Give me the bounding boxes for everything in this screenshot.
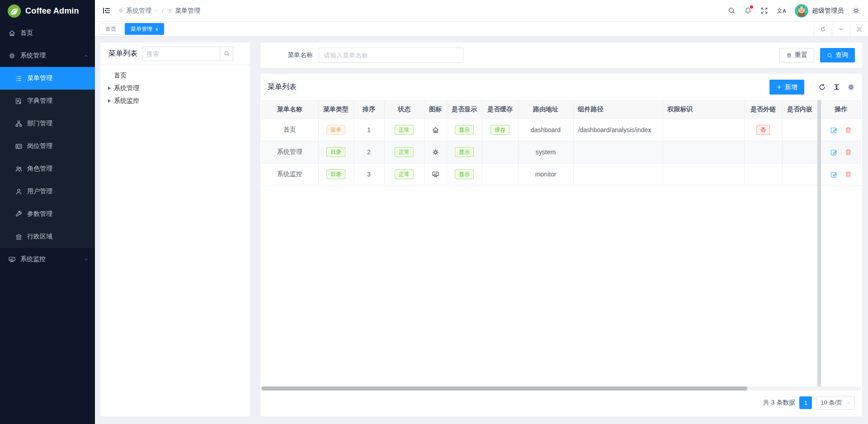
- sidebar-item-param-mgmt[interactable]: 参数管理: [0, 203, 95, 225]
- row-height-button[interactable]: [833, 83, 840, 91]
- tree-search-button[interactable]: [220, 47, 233, 61]
- notifications-button[interactable]: [744, 7, 752, 14]
- delete-button[interactable]: [844, 126, 852, 134]
- monitor-icon: [8, 256, 16, 263]
- app-title: Coffee Admin: [25, 6, 79, 16]
- leaf-logo-icon: [7, 4, 21, 18]
- type-badge: 菜单: [326, 125, 345, 135]
- delete-button[interactable]: [844, 171, 852, 178]
- tree-item-system[interactable]: 系统管理: [100, 82, 250, 95]
- col-embedded: 是否内嵌: [782, 100, 817, 119]
- sidebar-item-label: 字典管理: [27, 97, 52, 105]
- tab-menu-mgmt[interactable]: 菜单管理 x: [125, 23, 164, 35]
- sidebar-item-user-mgmt[interactable]: 用户管理: [0, 180, 95, 203]
- visible-badge: 显示: [455, 125, 474, 135]
- sidebar-item-dict-mgmt[interactable]: 字典管理: [0, 90, 95, 112]
- sidebar-item-post-mgmt[interactable]: 岗位管理: [0, 135, 95, 157]
- tab-actions-dropdown[interactable]: [832, 22, 850, 36]
- caret-right-icon[interactable]: [108, 86, 111, 90]
- search-button[interactable]: 查询: [820, 48, 855, 62]
- cell-component: [573, 141, 663, 163]
- tree-item-monitor[interactable]: 系统监控: [100, 95, 250, 107]
- cell-cache: [482, 163, 518, 186]
- sidebar-item-region-mgmt[interactable]: 行政区域: [0, 225, 95, 248]
- plus-icon: [776, 84, 782, 90]
- table-row: 首页 菜单 1 正常 显示 缓存 dashboard /dashboard/an…: [261, 119, 861, 141]
- sidebar-item-label: 部门管理: [27, 119, 52, 128]
- page-size-select[interactable]: 10 条/页: [816, 396, 855, 410]
- close-icon[interactable]: x: [156, 27, 158, 32]
- search-icon: [827, 52, 833, 58]
- table-card-header: 菜单列表 新增: [260, 74, 862, 100]
- user-icon: [15, 188, 23, 195]
- external-badge: 否: [756, 125, 770, 135]
- table-row: 系统监控 目录 3 正常 显示 monitor: [261, 163, 861, 186]
- breadcrumb-parent[interactable]: 系统管理: [118, 7, 159, 15]
- wrench-icon: [15, 210, 23, 218]
- edit-button[interactable]: [830, 126, 838, 134]
- app-logo[interactable]: Coffee Admin: [0, 0, 95, 22]
- fullscreen-button[interactable]: [760, 7, 768, 14]
- menu-name-input[interactable]: [319, 48, 463, 63]
- tree-item-home[interactable]: 首页: [100, 69, 250, 82]
- edit-button[interactable]: [830, 148, 838, 156]
- breadcrumb-current[interactable]: 菜单管理: [167, 7, 200, 15]
- table-row: 系统管理 目录 2 正常 显示 system: [261, 141, 861, 163]
- sidebar-item-dept-mgmt[interactable]: 部门管理: [0, 112, 95, 135]
- cell-route: monitor: [518, 163, 573, 186]
- sidebar-item-menu-mgmt[interactable]: 菜单管理: [0, 67, 95, 90]
- monitor-icon: [432, 171, 439, 178]
- type-badge: 目录: [326, 169, 345, 179]
- col-visible: 是否显示: [447, 100, 482, 119]
- cell-embedded: [782, 163, 817, 186]
- tab-label: 菜单管理: [131, 25, 152, 33]
- cell-operation: [821, 163, 861, 186]
- page-1-button[interactable]: 1: [799, 396, 812, 409]
- edit-button[interactable]: [830, 171, 838, 178]
- tab-refresh-button[interactable]: [814, 22, 832, 36]
- horizontal-scrollbar-thumb[interactable]: [261, 386, 747, 391]
- table-refresh-button[interactable]: [818, 83, 826, 91]
- menu-fold-button[interactable]: [102, 6, 111, 15]
- reset-button[interactable]: 重置: [779, 48, 814, 62]
- menu-tree: 首页 系统管理 系统监控: [100, 65, 250, 111]
- cell-route: system: [518, 141, 573, 163]
- maximize-icon: [856, 26, 862, 32]
- sidebar-item-label: 角色管理: [27, 165, 52, 173]
- sidebar-item-home[interactable]: 首页: [0, 22, 95, 44]
- cell-visible: 显示: [447, 119, 482, 141]
- gear-icon: [847, 83, 855, 91]
- sidebar: Coffee Admin 首页 系统管理 菜单管理 字典管理: [0, 0, 95, 424]
- tree-more-button[interactable]: [238, 52, 245, 56]
- trash-icon: [844, 148, 852, 156]
- sidebar-menu: 首页 系统管理 菜单管理 字典管理 部门管理: [0, 22, 95, 424]
- edit-icon: [830, 148, 838, 156]
- global-search-button[interactable]: [728, 7, 736, 14]
- breadcrumb-parent-label: 系统管理: [126, 7, 151, 15]
- refresh-icon: [820, 26, 826, 32]
- sidebar-item-monitor[interactable]: 系统监控: [0, 248, 95, 271]
- cell-component: /dashboard/analysis/index: [573, 119, 663, 141]
- cell-visible: 显示: [447, 141, 482, 163]
- delete-button[interactable]: [844, 148, 852, 156]
- tree-panel-title: 菜单列表: [108, 49, 137, 58]
- chevron-down-icon: [838, 26, 844, 32]
- chevron-down-icon: [154, 8, 159, 13]
- tab-home[interactable]: 首页: [99, 23, 122, 35]
- column-settings-button[interactable]: [847, 83, 855, 91]
- content-maximize-button[interactable]: [850, 22, 868, 36]
- add-button[interactable]: 新增: [769, 80, 804, 95]
- caret-right-icon[interactable]: [108, 99, 111, 103]
- tree-search-input[interactable]: [143, 47, 220, 61]
- gear-icon: [8, 52, 16, 60]
- add-label: 新增: [785, 83, 797, 91]
- operation-divider: [841, 127, 841, 133]
- toolbar-divider: [811, 83, 811, 91]
- language-switch-button[interactable]: 文A: [777, 8, 786, 14]
- trash-icon: [844, 171, 852, 178]
- sidebar-item-system[interactable]: 系统管理: [0, 44, 95, 67]
- list-icon: [15, 75, 23, 82]
- user-menu[interactable]: 超级管理员: [795, 4, 844, 18]
- settings-button[interactable]: [852, 7, 860, 14]
- sidebar-item-role-mgmt[interactable]: 角色管理: [0, 157, 95, 180]
